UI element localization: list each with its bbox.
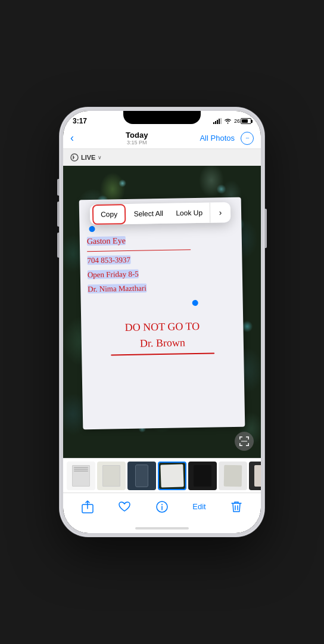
paper-line-4: Dr. Nima Mazthari	[88, 281, 235, 295]
svg-rect-14	[248, 443, 250, 446]
thumbnail-2[interactable]	[97, 462, 126, 490]
phone-screen: 3:17	[63, 111, 261, 533]
like-button[interactable]	[118, 501, 131, 513]
context-menu: Copy Select All Look Up ›	[90, 202, 231, 225]
silent-switch	[57, 179, 60, 196]
paper-note-inner: Copy Select All Look Up ›	[79, 197, 245, 430]
svg-rect-10	[248, 436, 250, 439]
paper-text-area: Gaston Eye 704 853-3937 Open Friday 8-5 …	[87, 233, 236, 356]
edit-button[interactable]: Edit	[192, 502, 205, 511]
more-menu-item[interactable]: ›	[210, 202, 231, 223]
more-button[interactable]: ···	[241, 132, 254, 145]
heart-icon	[118, 501, 131, 513]
live-label: LIVE	[81, 154, 95, 161]
svg-rect-3	[219, 119, 220, 124]
thumbnail-7[interactable]	[249, 462, 261, 490]
back-button[interactable]: ‹	[70, 132, 74, 144]
live-bar: LIVE ∨	[63, 149, 261, 166]
nav-center: Today 3:15 PM	[126, 131, 148, 145]
wifi-icon	[224, 118, 232, 124]
back-chevron-icon: ‹	[70, 132, 74, 144]
trash-icon	[230, 500, 242, 513]
svg-rect-4	[220, 118, 222, 124]
home-bar	[135, 527, 189, 530]
thumbnail-strip	[63, 458, 261, 493]
ocr-scan-button[interactable]	[235, 432, 254, 451]
share-icon	[82, 500, 94, 513]
thumbnail-6[interactable]	[219, 462, 247, 490]
svg-rect-2	[217, 120, 218, 124]
nav-right: All Photos ···	[200, 132, 254, 145]
svg-rect-8	[239, 436, 241, 439]
battery-icon	[241, 118, 251, 124]
more-arrow-icon: ›	[219, 208, 222, 217]
all-photos-button[interactable]: All Photos	[200, 134, 235, 143]
underline-divider	[87, 249, 191, 252]
paper-line-3: Open Friday 8-5	[88, 267, 235, 281]
screen: 3:17	[63, 111, 261, 533]
nav-title: Today	[126, 131, 148, 140]
underline-bottom	[111, 352, 214, 355]
live-icon	[70, 153, 79, 162]
paper-line-6: Dr. Brown	[89, 335, 236, 352]
status-icons: 26	[213, 118, 251, 124]
live-indicator[interactable]: LIVE ∨	[70, 153, 102, 162]
home-indicator	[63, 524, 261, 533]
svg-rect-15	[241, 441, 247, 442]
select-all-menu-item[interactable]: Select All	[128, 203, 169, 224]
thumbnail-3[interactable]	[127, 462, 156, 490]
nav-bar: ‹ Today 3:15 PM All Photos ···	[63, 128, 261, 149]
svg-rect-0	[213, 122, 214, 124]
signal-icon	[213, 118, 222, 124]
bottom-toolbar: Edit	[63, 493, 261, 524]
paper-line-5: DO NOT GO TO	[88, 318, 236, 336]
selection-handle-bottom	[192, 300, 198, 306]
thumbnail-selected[interactable]	[158, 462, 186, 490]
thumbnail-5[interactable]	[188, 462, 217, 490]
selection-handle-top	[89, 226, 95, 232]
volume-down-button	[57, 233, 60, 258]
delete-button[interactable]	[230, 500, 242, 513]
info-button[interactable]	[156, 501, 168, 513]
copy-menu-item[interactable]: Copy	[92, 204, 126, 225]
svg-rect-1	[215, 121, 216, 124]
paper-note: Copy Select All Look Up ›	[79, 197, 245, 430]
battery-percent: 26	[234, 118, 240, 124]
look-up-menu-item[interactable]: Look Up	[169, 203, 210, 224]
notch	[123, 111, 201, 124]
volume-up-button	[57, 202, 60, 227]
live-chevron-icon: ∨	[98, 154, 102, 160]
svg-rect-12	[239, 443, 241, 446]
share-button[interactable]	[82, 500, 94, 513]
svg-point-19	[161, 504, 163, 505]
paper-line-1: Gaston Eye	[87, 233, 235, 247]
photo-area: Copy Select All Look Up ›	[63, 166, 261, 458]
status-time: 3:17	[73, 117, 87, 125]
phone-frame: 3:17	[60, 107, 264, 537]
bottom-text-area: DO NOT GO TO Dr. Brown	[88, 318, 236, 356]
paper-line-2: 704 853-3937	[87, 252, 235, 266]
info-icon	[156, 501, 168, 513]
thumbnail-1[interactable]	[67, 462, 95, 490]
nav-subtitle: 3:15 PM	[126, 140, 148, 145]
scan-icon	[239, 436, 250, 447]
power-button	[264, 209, 267, 248]
more-dots-icon: ···	[245, 135, 248, 141]
